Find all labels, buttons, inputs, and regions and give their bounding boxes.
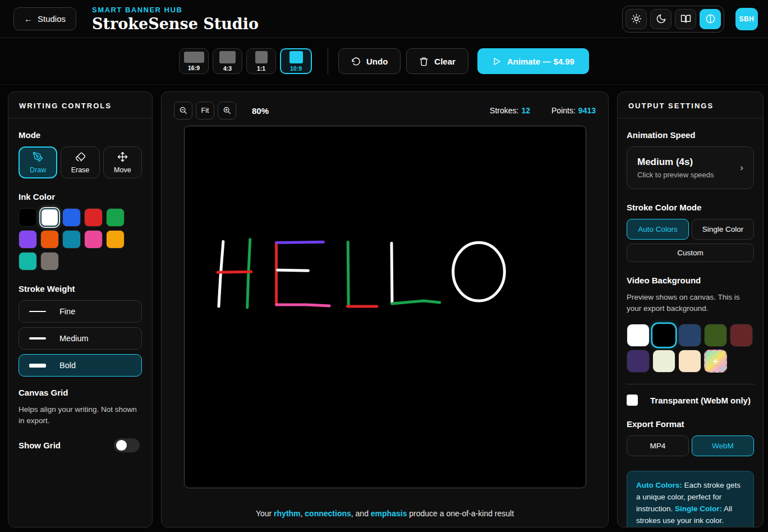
aspect-preview bbox=[289, 51, 303, 63]
aspect-ratio-group: 16:94:31:110:9 bbox=[179, 48, 312, 74]
export-format-buttons: MP4WebM bbox=[627, 435, 754, 456]
stroke-O-ring bbox=[453, 242, 504, 301]
points-stat: Points:9413 bbox=[551, 106, 596, 115]
video-background-grid: + bbox=[627, 324, 754, 373]
stroke-weight-bold[interactable]: Bold bbox=[19, 354, 142, 377]
animation-speed-label: Animation Speed bbox=[627, 130, 754, 140]
stroke-weight-label: Stroke Weight bbox=[19, 284, 142, 293]
aspect-button-1-1[interactable]: 1:1 bbox=[246, 48, 276, 74]
divider bbox=[627, 384, 754, 384]
back-to-studios-button[interactable]: ← Studios bbox=[13, 7, 76, 30]
video-bg-navy[interactable] bbox=[678, 324, 701, 347]
video-bg-purple[interactable] bbox=[627, 350, 650, 373]
stroke-E-middle bbox=[277, 270, 308, 270]
ink-color-green[interactable] bbox=[106, 208, 125, 227]
ink-color-pink[interactable] bbox=[84, 230, 103, 249]
animation-speed-card[interactable]: Medium (4s) Click to preview speeds › bbox=[627, 146, 754, 189]
aspect-preview bbox=[184, 52, 204, 63]
video-bg-olive[interactable] bbox=[704, 324, 727, 347]
light-theme-button[interactable] bbox=[626, 9, 647, 29]
mode-buttons: DrawEraseMove bbox=[19, 146, 142, 178]
mode-label: Mode bbox=[19, 130, 142, 140]
stroke-H-crossbar bbox=[217, 272, 251, 272]
color-mode-single-color[interactable]: Single Color bbox=[692, 219, 754, 240]
video-bg-cream[interactable] bbox=[652, 350, 675, 373]
aspect-button-10-9[interactable]: 10:9 bbox=[280, 48, 312, 74]
video-background-description: Preview shows on canvas. This is your ex… bbox=[627, 292, 754, 314]
mode-button-erase[interactable]: Erase bbox=[61, 146, 99, 178]
zoom-fit-button[interactable]: Fit bbox=[196, 102, 214, 120]
weight-sample bbox=[29, 364, 46, 368]
video-bg-maroon[interactable] bbox=[730, 324, 753, 347]
zoom-out-button[interactable] bbox=[174, 102, 192, 120]
aspect-label: 1:1 bbox=[257, 65, 265, 72]
aspect-preview bbox=[219, 51, 236, 63]
brand-eyebrow: SMART BANNER HUB bbox=[92, 6, 259, 14]
ink-color-label: Ink Color bbox=[19, 192, 142, 201]
stroke-L2-base bbox=[392, 301, 439, 304]
animate-button[interactable]: Animate — $4.99 bbox=[477, 48, 589, 74]
stroke-weight-medium[interactable]: Medium bbox=[19, 327, 142, 350]
stroke-H-left bbox=[218, 241, 223, 306]
weight-sample bbox=[29, 337, 46, 340]
page-title: StrokeSense Studio bbox=[92, 15, 259, 33]
stroke-L2-stem bbox=[391, 243, 392, 304]
ink-color-amber[interactable] bbox=[106, 230, 125, 249]
strokes-value: 12 bbox=[521, 106, 530, 115]
mode-button-draw[interactable]: Draw bbox=[19, 146, 57, 178]
ink-color-gray[interactable] bbox=[40, 252, 59, 270]
output-settings-header: OUTPUT SETTINGS bbox=[618, 92, 763, 118]
video-bg-peach[interactable] bbox=[678, 350, 701, 373]
speed-value: Medium (4s) bbox=[637, 157, 714, 168]
zoom-out-icon bbox=[179, 106, 188, 115]
video-bg-white[interactable] bbox=[627, 324, 650, 347]
aspect-preview bbox=[255, 51, 268, 63]
show-grid-toggle[interactable] bbox=[114, 438, 140, 452]
stroke-weight-fine[interactable]: Fine bbox=[19, 300, 142, 323]
aspect-label: 16:9 bbox=[188, 65, 200, 71]
ink-color-grid bbox=[19, 208, 142, 270]
mode-label: Draw bbox=[30, 166, 46, 174]
transparent-label: Transparent (WebM only) bbox=[650, 396, 751, 405]
zoom-in-button[interactable] bbox=[218, 102, 236, 120]
move-icon bbox=[117, 152, 128, 164]
ink-color-blue[interactable] bbox=[62, 208, 81, 227]
export-format-webm[interactable]: WebM bbox=[692, 435, 754, 456]
dark-theme-button[interactable] bbox=[650, 9, 672, 29]
color-mode-custom[interactable]: Custom bbox=[627, 244, 754, 262]
ink-color-teal[interactable] bbox=[19, 252, 37, 270]
mode-button-move[interactable]: Move bbox=[103, 146, 142, 178]
output-settings-panel: OUTPUT SETTINGS Animation Speed Medium (… bbox=[617, 91, 764, 528]
theme-switcher bbox=[622, 6, 724, 33]
stroke-color-mode-label: Stroke Color Mode bbox=[627, 203, 754, 212]
ink-color-orange[interactable] bbox=[40, 230, 59, 249]
export-format-mp4[interactable]: MP4 bbox=[627, 435, 689, 456]
mode-label: Move bbox=[114, 166, 131, 174]
avatar[interactable]: SBH bbox=[735, 8, 758, 30]
transparent-checkbox[interactable] bbox=[627, 395, 638, 406]
speed-subtitle: Click to preview speeds bbox=[637, 171, 714, 179]
undo-button[interactable]: Undo bbox=[338, 48, 401, 74]
ink-color-white[interactable] bbox=[40, 208, 59, 227]
video-bg-custom-add[interactable]: + bbox=[704, 350, 727, 373]
ink-color-red[interactable] bbox=[84, 208, 103, 227]
canvas-panel: Fit 80% Strokes:12 Points:9413 Your rhyt… bbox=[161, 91, 609, 528]
canvas-grid-description: Helps align your writing. Not shown in e… bbox=[19, 404, 142, 426]
ink-color-violet[interactable] bbox=[19, 230, 37, 249]
ink-color-teal-blue[interactable] bbox=[62, 230, 81, 249]
reading-theme-button[interactable] bbox=[675, 9, 696, 29]
video-bg-black[interactable] bbox=[652, 324, 675, 347]
ink-color-black[interactable] bbox=[19, 208, 37, 227]
color-mode-auto-colors[interactable]: Auto Colors bbox=[627, 219, 689, 240]
stroke-E-top bbox=[277, 242, 323, 242]
aspect-button-16-9[interactable]: 16:9 bbox=[179, 48, 209, 74]
moon-icon bbox=[656, 13, 666, 24]
clear-button[interactable]: Clear bbox=[406, 48, 468, 74]
pen-icon bbox=[33, 152, 43, 164]
aspect-button-4-3[interactable]: 4:3 bbox=[213, 48, 242, 74]
export-format-label: Export Format bbox=[627, 419, 754, 429]
app-header: ← Studios SMART BANNER HUB StrokeSense S… bbox=[0, 0, 768, 38]
aspect-label: 10:9 bbox=[290, 65, 302, 72]
contrast-theme-button[interactable] bbox=[700, 9, 721, 29]
drawing-canvas[interactable] bbox=[184, 126, 586, 488]
